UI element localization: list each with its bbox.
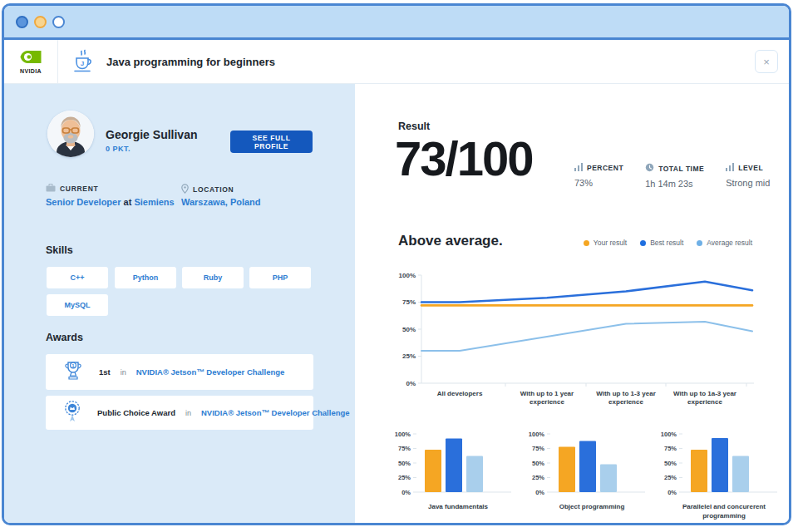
bar-best-result [712, 438, 728, 492]
skills-heading: Skills [46, 244, 73, 256]
svg-text:0%: 0% [406, 380, 416, 387]
result-panel: Result 73/100 PERCENT 73% [355, 84, 789, 523]
stats-row: PERCENT 73% TOTAL TIME 1h 14m 23s [574, 163, 770, 189]
svg-text:25%: 25% [398, 474, 411, 481]
avatar [47, 111, 94, 157]
bar-chart-title: Java fundamentals [395, 503, 521, 512]
score-value: 73/100 [395, 131, 532, 186]
legend-item-best-result: Best result [640, 239, 683, 247]
svg-text:J: J [81, 60, 84, 67]
legend-dot [697, 240, 702, 246]
award-event-link[interactable]: NVIDIA® Jetson™ Developer Challenge [136, 367, 285, 377]
svg-text:100%: 100% [395, 431, 411, 438]
profile-points: 0 PKT. [106, 145, 131, 153]
location-label: LOCATION [181, 184, 234, 195]
bar-best-result [446, 439, 462, 492]
skill-pill-ruby[interactable]: Ruby [182, 267, 244, 288]
stat-percent: PERCENT 73% [574, 163, 623, 189]
stat-value: 73% [574, 178, 623, 188]
location-pin-icon [181, 184, 189, 195]
svg-text:0%: 0% [667, 489, 677, 496]
window-titlebar [4, 6, 789, 40]
skill-pill-cpp[interactable]: C++ [47, 267, 108, 288]
bar-average-result [466, 456, 483, 492]
award-row-public-choice: Public Choice Award in NVIDIA® Jetson™ D… [46, 396, 313, 430]
svg-text:25%: 25% [402, 352, 416, 360]
close-icon[interactable]: × [755, 50, 778, 73]
bar-your-result [425, 450, 441, 492]
legend-dot [584, 240, 589, 246]
line-series-best-result [421, 282, 752, 303]
line-series-average-result [421, 322, 752, 351]
clock-icon [645, 163, 654, 174]
svg-text:All developers: All developers [437, 390, 483, 397]
legend-dot [640, 240, 646, 246]
stat-value: 1h 14m 23s [645, 179, 704, 189]
award-row-first-place: 1 1st in NVIDIA® Jetson™ Developer Chall… [46, 354, 313, 390]
svg-text:With up to 1 yearexperience: With up to 1 yearexperience [520, 390, 574, 406]
results-line-chart: 0%25%50%75%100%All developersWith up to … [393, 267, 761, 418]
location-value[interactable]: Warszawa, Poland [181, 197, 261, 207]
nvidia-logo-text: NVIDIA [20, 68, 42, 74]
svg-text:50%: 50% [532, 460, 544, 467]
profile-sidebar: Georgie Sullivan 0 PKT. SEE FULL PROFILE… [4, 84, 355, 523]
svg-text:100%: 100% [661, 431, 677, 438]
svg-text:With up to 1-3 yearexperience: With up to 1-3 yearexperience [596, 390, 656, 406]
bar-chart-title: Parallelel and concurerent programming [661, 503, 787, 521]
svg-text:100%: 100% [399, 272, 416, 279]
svg-text:75%: 75% [402, 298, 416, 306]
window-control-maximize[interactable] [52, 16, 65, 28]
svg-text:50%: 50% [664, 460, 677, 467]
svg-text:0%: 0% [535, 489, 544, 496]
app-window: NVIDIA J Java programming for beginners … [2, 3, 791, 525]
window-control-close[interactable] [16, 16, 28, 28]
bar-chart-java-fundamentals: 0%25%50%75%100% Java fundamentals [395, 430, 521, 512]
svg-text:With up to 1a-3 yearexperience: With up to 1a-3 yearexperience [673, 390, 736, 406]
medal-icon [61, 399, 84, 427]
skill-pill-php[interactable]: PHP [249, 267, 311, 288]
awards-heading: Awards [46, 332, 83, 343]
skill-pill-mysql[interactable]: MySQL [47, 294, 108, 316]
legend-item-your-result: Your result [584, 239, 627, 247]
bar-best-result [579, 441, 596, 492]
bar-your-result [691, 450, 707, 492]
bar-chart-icon [574, 163, 583, 173]
briefcase-icon [46, 184, 56, 194]
see-full-profile-button[interactable]: SEE FULL PROFILE [230, 131, 313, 153]
page-title: Java programming for beginners [106, 40, 275, 83]
stat-total-time: TOTAL TIME 1h 14m 23s [645, 163, 704, 189]
current-value[interactable]: Senior Developer at Siemiens [46, 197, 175, 207]
svg-text:75%: 75% [664, 445, 677, 452]
svg-text:0%: 0% [401, 489, 411, 496]
award-event-link[interactable]: NVIDIA® Jetson™ Developer Challenge [201, 408, 350, 417]
svg-text:25%: 25% [532, 474, 544, 481]
bar-your-result [559, 446, 575, 492]
award-connector: in [185, 409, 191, 417]
trophy-icon: 1 [61, 358, 86, 387]
award-title: Public Choice Award [97, 408, 175, 417]
svg-text:75%: 75% [398, 445, 411, 452]
header: NVIDIA J Java programming for beginners … [4, 40, 789, 84]
legend-item-average-result: Average result [697, 239, 752, 247]
java-cup-icon: J [58, 40, 96, 83]
award-title: 1st [99, 367, 111, 377]
stat-level: LEVEL Strong mid [726, 163, 770, 189]
nvidia-logo-icon [20, 50, 42, 67]
svg-text:50%: 50% [402, 326, 416, 333]
bar-chart-icon [726, 163, 734, 173]
skill-pill-python[interactable]: Python [115, 267, 176, 288]
svg-text:100%: 100% [529, 431, 544, 438]
bar-chart-title: Object programming [529, 503, 655, 512]
svg-text:25%: 25% [664, 474, 677, 481]
current-label: CURRENT [46, 184, 98, 194]
axes: 0%25%50%75%100%All developersWith up to … [399, 272, 754, 406]
award-connector: in [121, 368, 126, 377]
stat-value: Strong mid [726, 178, 770, 188]
window-control-minimize[interactable] [34, 16, 47, 28]
profile-name: Georgie Sullivan [106, 128, 197, 141]
bar-average-result [600, 464, 617, 492]
nvidia-logo: NVIDIA [4, 40, 58, 83]
bar-chart-object-programming: 0%25%50%75%100% Object programming [529, 430, 655, 512]
chart-legend: Your result Best result Average result [584, 239, 752, 247]
bar-average-result [732, 456, 749, 492]
